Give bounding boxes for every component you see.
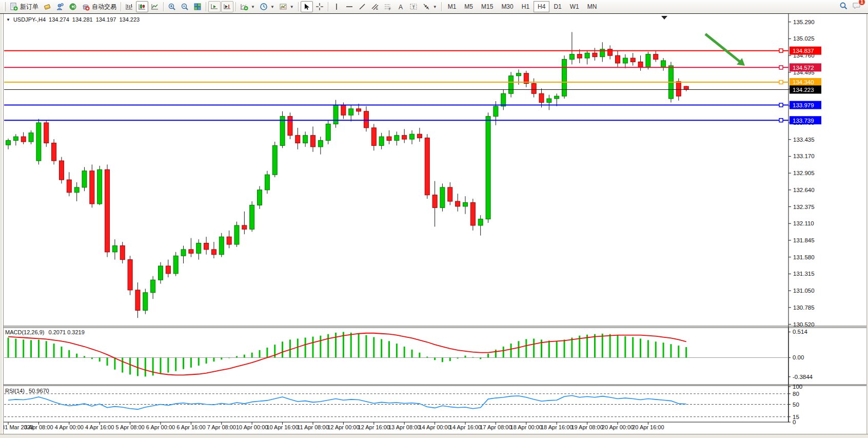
candle: [425, 134, 429, 199]
horizontal-line-tool-button[interactable]: [343, 1, 356, 12]
date-label: 17 Apr 08:00: [480, 424, 511, 430]
quotes-button[interactable]: [41, 1, 53, 12]
trendline-icon: [358, 3, 366, 11]
date-label: 6 Apr 00:00: [146, 424, 175, 430]
fibonacci-icon: F: [384, 3, 392, 11]
date-label: 18 Apr 00:00: [510, 424, 542, 430]
candle: [509, 72, 514, 97]
indicators-button[interactable]: ▼: [238, 1, 257, 12]
date-label: 20 Apr 16:00: [632, 424, 664, 430]
price-tick-label: 132.640: [793, 187, 815, 193]
new-order-button[interactable]: 新订单: [8, 1, 41, 12]
candle: [59, 157, 64, 184]
autotrading-label: 自动交易: [92, 3, 116, 11]
crosshair-tool-button[interactable]: [313, 1, 326, 12]
candle: [44, 120, 49, 147]
templates-button[interactable]: ▼: [277, 1, 296, 12]
price-tick-label: 132.375: [793, 204, 815, 210]
price-tick-label: 135.290: [793, 19, 815, 25]
date-label: 4 Apr 16:00: [85, 424, 114, 430]
candle: [486, 112, 490, 223]
price-badge-label: 134.572: [793, 65, 814, 71]
rsi-name: RSI(14): [5, 388, 25, 394]
candle: [173, 252, 178, 276]
candle: [82, 167, 87, 191]
chevron-down-icon[interactable]: ▼: [6, 17, 10, 22]
channel-tool-button[interactable]: E: [369, 1, 381, 12]
price-tick-label: 131.050: [793, 288, 815, 294]
periods-caret: ▼: [270, 5, 274, 9]
candle: [36, 119, 41, 165]
toolbar-grip: [4, 2, 6, 11]
svg-text:T: T: [412, 5, 415, 10]
date-label: 13 Apr 08:00: [388, 424, 420, 430]
vertical-line-tool-button[interactable]: [330, 1, 343, 12]
chart-shift-button[interactable]: [221, 1, 233, 12]
text-label-tool-button[interactable]: T: [407, 1, 420, 12]
period-button-H4[interactable]: H4: [534, 1, 549, 12]
period-button-MN[interactable]: MN: [583, 1, 601, 12]
date-label: 14 Apr 00:00: [419, 424, 450, 430]
search-icon[interactable]: [839, 2, 848, 12]
price-tick-label: 132.905: [793, 170, 815, 176]
zoom-out-button[interactable]: [179, 1, 191, 12]
arrows-icon: [422, 3, 430, 11]
period-button-D1[interactable]: D1: [549, 1, 565, 12]
macd-tick-label: -0.3844: [793, 374, 813, 380]
auto-scroll-icon: [210, 3, 219, 11]
low-value: 134.197: [96, 16, 116, 23]
tile-windows-button[interactable]: [191, 1, 204, 12]
period-button-M30[interactable]: M30: [497, 1, 517, 12]
autotrading-button[interactable]: 自动交易: [80, 1, 119, 12]
periods-button[interactable]: ▼: [258, 1, 277, 12]
period-button-M1[interactable]: M1: [444, 1, 461, 12]
candle: [288, 112, 292, 139]
cursor-tool-button[interactable]: [301, 1, 313, 12]
line-chart-button[interactable]: [149, 1, 161, 12]
window-left-border: [0, 14, 4, 434]
toolbar-separator: [163, 2, 164, 11]
date-label: 3 Apr 08:00: [24, 424, 53, 430]
chart-header: ▼ USDJPY-,H4 134.274 134.281 134.197 134…: [6, 16, 140, 23]
profile-button[interactable]: [54, 1, 66, 12]
date-label: 10 Apr 16:00: [266, 424, 298, 430]
fibonacci-tool-button[interactable]: F: [382, 1, 394, 12]
candle: [440, 183, 445, 211]
auto-scroll-button[interactable]: [208, 1, 221, 12]
text-tool-button[interactable]: A: [394, 1, 407, 12]
period-button-M15[interactable]: M15: [477, 1, 497, 12]
arrows-tool-button[interactable]: ▼: [420, 1, 439, 12]
price-chart[interactable]: 135.290135.025134.760134.495134.230133.9…: [0, 14, 868, 438]
candle: [97, 166, 102, 205]
chat-button[interactable]: 1: [852, 2, 862, 12]
zoom-in-button[interactable]: [166, 1, 178, 12]
candle: [90, 164, 94, 207]
signals-button[interactable]: [67, 1, 79, 12]
templates-icon: [279, 3, 287, 11]
main-toolbar: 新订单 自动交易 ▼ ▼: [0, 0, 868, 14]
period-button-W1[interactable]: W1: [566, 1, 583, 12]
zoom-in-icon: [168, 3, 176, 11]
period-button-H1[interactable]: H1: [518, 1, 534, 12]
candle: [234, 222, 239, 247]
date-label: 10 Apr 00:00: [236, 424, 268, 430]
horizontal-line-icon: [345, 3, 353, 11]
candles-chart-button[interactable]: [136, 1, 148, 12]
candle: [250, 201, 254, 232]
bars-chart-icon: [125, 3, 133, 11]
date-label: 12 Apr 00:00: [327, 424, 359, 430]
macd-label: MACD(12,26,9) 0.2071 0.3219: [5, 329, 85, 335]
price-badge-label: 134.340: [793, 79, 814, 85]
price-tick-label: 131.845: [793, 237, 815, 243]
vertical-line-icon: [332, 3, 341, 11]
chat-badge: 1: [858, 0, 865, 6]
period-button-M5[interactable]: M5: [460, 1, 477, 12]
macd-tick-label: 0.00: [793, 354, 804, 360]
rsi-value: 50.9670: [29, 388, 49, 394]
rsi-tick-label: 50: [793, 402, 799, 408]
trendline-tool-button[interactable]: [356, 1, 368, 12]
price-badge-label: 134.223: [793, 87, 814, 93]
chart-shift-icon: [223, 3, 231, 11]
high-value: 134.281: [72, 16, 93, 23]
bars-chart-button[interactable]: [123, 1, 135, 12]
